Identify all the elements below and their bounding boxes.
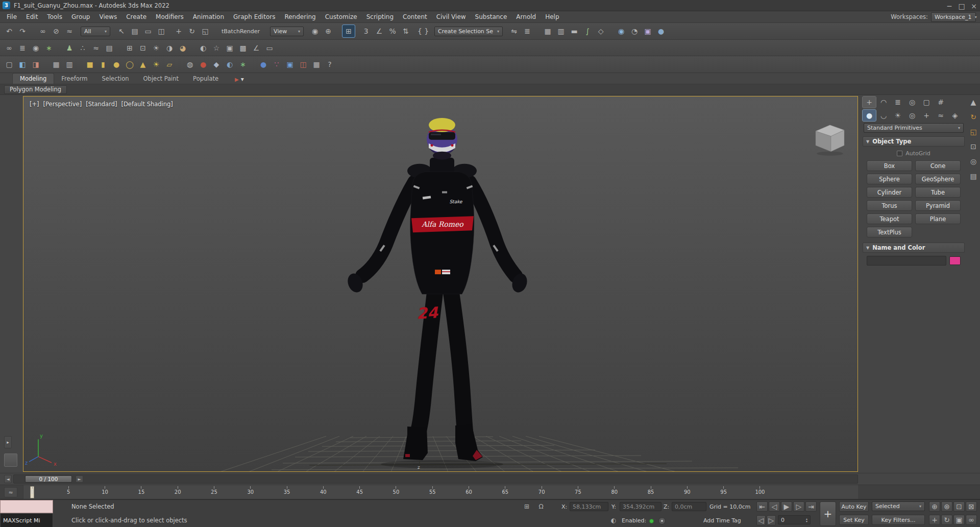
select-and-manipulate-icon[interactable]: ⊕	[322, 25, 334, 37]
spinner-snap-icon[interactable]: ⇅	[400, 25, 412, 37]
add-time-tag[interactable]: Add Time Tag	[703, 517, 741, 524]
torus-button[interactable]: Torus	[867, 200, 912, 211]
select-and-move-icon[interactable]: +	[173, 25, 185, 37]
auto-key-button[interactable]: Auto Key	[839, 501, 869, 512]
redo-icon[interactable]: ↷	[16, 25, 29, 37]
building-icon[interactable]: ▦	[310, 58, 323, 70]
motion-path-icon[interactable]: ≈	[90, 42, 102, 54]
go-to-start-icon[interactable]: ⇤	[756, 501, 768, 512]
render-setup-icon[interactable]: ◔	[628, 25, 641, 37]
zoom-all-icon[interactable]: ⊛	[941, 501, 952, 512]
snapshot-icon[interactable]: ◎	[968, 156, 978, 166]
workspace-dropdown[interactable]: Workspace_1 ▾	[931, 12, 976, 22]
assembly-icon[interactable]: ⊡	[137, 42, 149, 54]
window-crossing-icon[interactable]: ◫	[155, 25, 167, 37]
box-button[interactable]: Box	[867, 160, 912, 171]
container-icon[interactable]: ⊞	[124, 42, 136, 54]
motion-tab-icon[interactable]: ◎	[905, 97, 919, 108]
menu-content[interactable]: Content	[398, 11, 432, 22]
menu-graph-editors[interactable]: Graph Editors	[229, 11, 280, 22]
viewport-config-icon[interactable]: ▢	[3, 58, 15, 70]
viewport-pov-menu[interactable]: [Perspective]	[43, 101, 82, 108]
tab-object-paint[interactable]: Object Paint	[136, 74, 186, 84]
previous-frame-arrow[interactable]: ◄	[4, 475, 12, 483]
geosphere-button[interactable]: GeoSphere	[915, 174, 961, 184]
material-sphere-icon[interactable]: ●	[257, 58, 270, 70]
mini-curve-editor-icon[interactable]: ≈	[4, 487, 17, 497]
status-indicator-icon[interactable]	[658, 517, 666, 524]
plane-button[interactable]: Plane	[915, 213, 961, 224]
keyboard-override-icon[interactable]: ⊞	[342, 25, 355, 37]
maximize-viewport-icon[interactable]: ▣	[953, 515, 965, 525]
menu-scripting[interactable]: Scripting	[362, 11, 398, 22]
scroll-up-icon[interactable]: ▲	[968, 97, 978, 107]
bind-to-space-warp-icon[interactable]: ≈	[63, 25, 76, 37]
systems-category-icon[interactable]: ◈	[948, 110, 962, 121]
named-selection-dropdown[interactable]: Create Selection Se ▾	[434, 27, 503, 36]
shapes-category-icon[interactable]: ◡	[877, 110, 890, 121]
pyramid-button[interactable]: Pyramid	[915, 200, 961, 211]
cameras-category-icon[interactable]: ◎	[905, 110, 919, 121]
particle-colors-icon[interactable]: ∵	[271, 58, 283, 70]
plane-primitive-icon[interactable]: ▱	[163, 58, 176, 70]
frame-spinner[interactable]: ▴▾	[806, 517, 807, 522]
region-render-icon[interactable]: ◨	[30, 58, 42, 70]
red-sphere-icon[interactable]: ●	[197, 58, 209, 70]
polygon-modeling-tab[interactable]: Polygon Modeling	[4, 85, 67, 94]
walkthrough-icon[interactable]: ∞	[966, 515, 977, 525]
viewport-layout-tab[interactable]	[4, 453, 17, 467]
grid-toggle-icon[interactable]: ▦	[50, 58, 62, 70]
tab-modeling[interactable]: Modeling	[12, 73, 54, 84]
crowd-icon[interactable]: ∴	[77, 42, 89, 54]
hierarchy-list-icon[interactable]: ≣	[16, 42, 29, 54]
object-type-rollout-header[interactable]: ▼ Object Type	[863, 136, 965, 147]
rectangular-selection-region-icon[interactable]: ▭	[142, 25, 154, 37]
foliage-icon[interactable]: ∗	[237, 58, 249, 70]
cone-primitive-icon[interactable]: ▲	[137, 58, 149, 70]
modify-tab-icon[interactable]: ◠	[877, 97, 890, 108]
undo-icon[interactable]: ↶	[3, 25, 15, 37]
sun-light-icon[interactable]: ☀	[150, 58, 162, 70]
keyset-dropdown[interactable]: Selected ▾	[872, 501, 925, 511]
lights-category-icon[interactable]: ☀	[891, 110, 904, 121]
curve-editor-icon[interactable]: ∫	[581, 25, 594, 37]
z-coordinate-field[interactable]: 0,0cm	[672, 502, 706, 511]
use-pivot-point-icon[interactable]: ◉	[309, 25, 321, 37]
transform-typein-icon[interactable]: ⊞	[522, 501, 532, 512]
expand-tray-icon[interactable]: ▸	[4, 436, 12, 448]
align-icon[interactable]: ≣	[521, 25, 533, 37]
snap-grid-icon[interactable]: ▥	[63, 58, 76, 70]
menu-views[interactable]: Views	[94, 11, 121, 22]
primitive-category-dropdown[interactable]: Standard Primitives ▾	[864, 123, 964, 133]
measure-tape-icon[interactable]: ∠	[250, 42, 262, 54]
object-name-field[interactable]	[867, 256, 946, 266]
globe-icon[interactable]: ◐	[224, 58, 236, 70]
ribbon-media-icon[interactable]: ▶ ▾	[232, 75, 247, 84]
adaptive-degradation-icon[interactable]: ◐	[608, 515, 619, 525]
geometry-category-icon[interactable]: ●	[863, 110, 876, 121]
menu-file[interactable]: File	[2, 11, 21, 22]
textplus-button[interactable]: TextPlus	[867, 227, 912, 237]
pivot-tool-icon[interactable]: ◉	[30, 42, 42, 54]
render-production-icon[interactable]: ●	[655, 25, 667, 37]
menu-modifiers[interactable]: Modifiers	[151, 11, 188, 22]
orbit-icon[interactable]: ↻	[941, 515, 952, 525]
menu-edit[interactable]: Edit	[21, 11, 42, 22]
named-selection-sets-icon[interactable]: { }	[417, 25, 429, 37]
set-keys-button[interactable]: +	[820, 501, 836, 526]
video-icon[interactable]: ▣	[284, 58, 296, 70]
grid-snap-icon[interactable]: ▩	[237, 42, 249, 54]
cylinder-primitive-icon[interactable]: ▮	[97, 58, 109, 70]
percent-snap-icon[interactable]: %	[386, 25, 399, 37]
menu-create[interactable]: Create	[121, 11, 151, 22]
menu-civil-view[interactable]: Civil View	[432, 11, 471, 22]
viewport-plus-menu[interactable]: [+]	[30, 101, 39, 108]
display-tab-icon[interactable]: ▢	[920, 97, 933, 108]
maxscript-mini-listener[interactable]: MAXScript Mi	[0, 513, 53, 527]
cylinder-button[interactable]: Cylinder	[867, 187, 912, 198]
set-key-button[interactable]: Set Key	[839, 515, 869, 525]
zoom-icon[interactable]: ⊕	[929, 501, 940, 512]
tab-selection[interactable]: Selection	[95, 74, 136, 84]
object-color-swatch[interactable]	[949, 256, 961, 265]
sphere-primitive-icon[interactable]: ●	[110, 58, 122, 70]
